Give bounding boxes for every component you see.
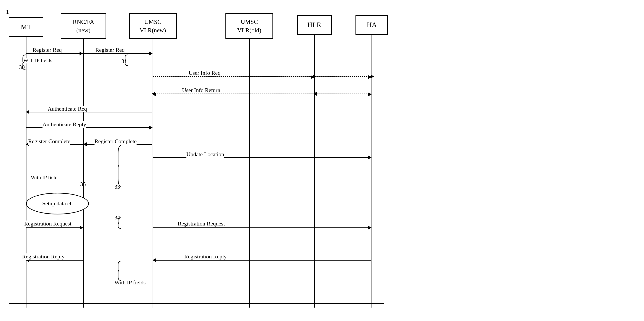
arrow-user-info-ret <box>153 94 314 94</box>
label-user-info-req: User Info Req <box>188 70 220 76</box>
brace-35 <box>117 260 124 282</box>
entity-umsc-old: UMSCVLR(old) <box>226 13 273 39</box>
lifeline-mt <box>26 37 26 308</box>
arrow-reg-request-1 <box>26 227 83 228</box>
label-user-info-ret: User Info Return <box>182 87 220 94</box>
arrow-user-info-req-hlr-ha <box>314 76 371 77</box>
arrow-user-info-req-head <box>313 74 316 78</box>
label-update-location: Update Location <box>186 151 224 158</box>
sequence-diagram: 1 MT RNC/FA(new) UMSCVLR(new) UMSCVLR(ol… <box>0 0 644 321</box>
num-34: 35 <box>80 181 86 188</box>
arrow-user-info-req-ext <box>250 76 314 77</box>
arrow-reg-reply-2 <box>26 260 83 261</box>
arrow-register-req-2 <box>84 53 152 54</box>
arrow-user-info-ret-head <box>152 92 155 96</box>
entity-umsc-new: UMSCVLR(new) <box>129 13 177 39</box>
entity-hlr: HLR <box>297 15 332 35</box>
lifeline-umsc-old <box>249 39 250 308</box>
brace-30 <box>22 54 28 71</box>
arrow-update-location <box>153 157 371 158</box>
lifeline-rncfa <box>83 39 84 308</box>
oval-setup-data-ch: Setup data ch <box>26 193 89 214</box>
entity-ha: HA <box>356 15 388 35</box>
arrow-user-info-req-ha-head <box>371 74 374 78</box>
brace-32 <box>117 144 124 188</box>
arrow-reg-request-2 <box>153 227 371 228</box>
brace-33 <box>117 217 124 230</box>
label-auth-reply: Authenticate Reply <box>42 121 86 128</box>
bottom-border <box>9 303 384 304</box>
brace-31 <box>124 54 130 67</box>
label-register-req-2: Register Req <box>96 47 125 53</box>
figure-number: 1 <box>6 9 9 15</box>
label-reg-request-1: Registration Request <box>24 221 71 227</box>
lifeline-umsc-new <box>152 39 153 308</box>
label-reg-complete-1: Register Complete <box>94 138 136 145</box>
label-with-ip-34: With IP fields <box>31 175 60 180</box>
arrow-user-info-ret-hlr-head <box>313 92 317 96</box>
label-reg-complete-2: Register Complete <box>28 138 70 145</box>
arrow-reg-reply-1 <box>153 260 371 261</box>
label-reg-request-2: Registration Request <box>178 221 225 227</box>
label-register-req-1: Register Req <box>32 47 62 53</box>
label-reg-reply-1: Registration Reply <box>184 253 227 260</box>
label-auth-req: Authenticate Req <box>48 106 87 112</box>
arrow-auth-req <box>26 112 152 112</box>
arrow-register-req-1 <box>26 53 82 54</box>
label-reg-reply-2: Registration Reply <box>22 253 64 260</box>
arrow-user-info-ret-ha-hlr <box>314 94 371 94</box>
entity-rncfa: RNC/FA(new) <box>61 13 106 39</box>
entity-mt: MT <box>9 17 43 37</box>
